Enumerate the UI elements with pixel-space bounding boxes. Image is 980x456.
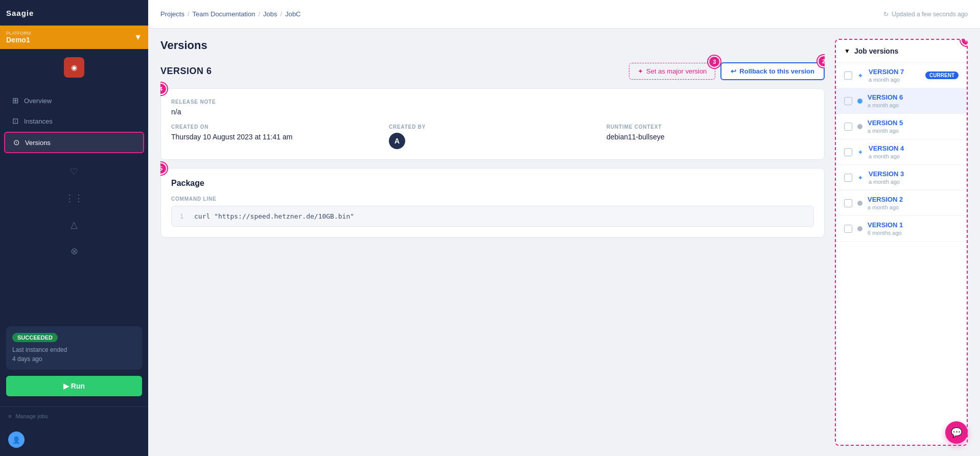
sidebar-navigation: ⊞ Overview ⊡ Instances ⊙ Versions: [0, 86, 148, 158]
step-4-circle: 4: [160, 83, 167, 95]
version-checkbox-v4[interactable]: [844, 148, 852, 156]
dot-icon-v2: [857, 201, 862, 206]
set-major-button[interactable]: ✦ Set as major version: [629, 63, 716, 80]
page-title: Versions: [160, 39, 825, 52]
versions-panel-title: Job versions: [854, 47, 898, 55]
cmd-label: COMMAND LINE: [171, 196, 814, 202]
step-5-circle: 5: [160, 162, 167, 175]
version-time-v2: a month ago: [868, 204, 959, 210]
created-by-label: CREATED BY: [389, 124, 596, 130]
chat-button[interactable]: 💬: [945, 421, 968, 444]
runtime-label: RUNTIME CONTEXT: [606, 124, 814, 130]
status-text: Last instance ended 4 days ago: [12, 345, 136, 364]
version-item-v2[interactable]: VERSION 2 a month ago: [836, 190, 967, 216]
version-checkbox-v3[interactable]: [844, 174, 852, 182]
version-name-v1: VERSION 1: [868, 221, 959, 229]
version-item-v4[interactable]: ✦ VERSION 4 a month ago: [836, 139, 967, 165]
app-shortcut-icon[interactable]: ◉: [64, 57, 84, 78]
status-badge: SUCCEEDED: [12, 333, 58, 342]
sidebar-item-versions[interactable]: ⊙ Versions: [4, 132, 144, 153]
version-time-v5: a month ago: [868, 128, 959, 134]
package-title: Package: [171, 179, 814, 188]
nav-icon-2[interactable]: ⋮⋮: [65, 189, 83, 207]
rollback-icon: ↩: [731, 67, 736, 75]
main-content: Projects / Team Documentation / Jobs / J…: [148, 0, 980, 456]
version-info-v7: VERSION 7 a month ago: [869, 68, 920, 83]
nav-icon-3[interactable]: △: [65, 215, 83, 234]
created-on-value: Thursday 10 August 2023 at 11:41 am: [171, 133, 379, 141]
version-item-v7[interactable]: ✦ VERSION 7 a month ago CURRENT: [836, 63, 967, 88]
step-3-circle: 3: [708, 56, 720, 68]
topbar-updated: ↻ Updated a few seconds ago: [883, 11, 968, 18]
created-on-field: CREATED ON Thursday 10 August 2023 at 11…: [171, 124, 379, 149]
sidebar-item-instances-label: Instances: [24, 117, 53, 125]
nav-icon-1[interactable]: ♡: [65, 162, 83, 181]
version-checkbox-v5[interactable]: [844, 123, 852, 131]
version-info-v3: VERSION 3 a month ago: [869, 170, 959, 185]
cmd-box: 1 curl "https://speed.hetzner.de/10GB.bi…: [171, 206, 814, 227]
version-label: VERSION 6: [160, 66, 212, 77]
dot-icon-v6: [857, 99, 862, 104]
version-name-v7: VERSION 7: [869, 68, 920, 76]
status-card: SUCCEEDED Last instance ended 4 days ago: [6, 326, 142, 370]
version-header: VERSION 6 ✦ Set as major version 3: [160, 62, 825, 80]
manage-jobs-icon: ≡: [8, 413, 11, 419]
version-name-v3: VERSION 3: [869, 170, 959, 178]
user-avatar[interactable]: 👤: [8, 431, 25, 448]
breadcrumb-team-doc[interactable]: Team Documentation: [193, 10, 255, 18]
sidebar-item-instances[interactable]: ⊡ Instances: [4, 111, 144, 131]
version-item-v3[interactable]: ✦ VERSION 3 a month ago: [836, 165, 967, 190]
star-icon-v3: ✦: [857, 174, 864, 182]
release-note-card: 4 RELEASE NOTE n/a CREATED ON Thursday 1…: [160, 88, 825, 160]
release-note-label: RELEASE NOTE: [171, 99, 814, 105]
overview-icon: ⊞: [12, 96, 19, 105]
breadcrumb: Projects / Team Documentation / Jobs / J…: [160, 10, 301, 18]
rollback-button[interactable]: ↩ Rollback to this version: [720, 62, 825, 80]
star-icon-v7: ✦: [857, 71, 864, 80]
version-info-v5: VERSION 5 a month ago: [868, 119, 959, 134]
breadcrumb-jobs[interactable]: Jobs: [263, 10, 277, 18]
saagie-logo: Saagie: [6, 9, 34, 17]
version-time-v3: a month ago: [869, 179, 959, 185]
content-area: Versions VERSION 6 ✦ Set as major versio…: [148, 29, 980, 456]
nav-icon-4[interactable]: ⊗: [65, 242, 83, 260]
run-button[interactable]: ▶ Run: [6, 376, 142, 396]
chevron-down-icon: ▼: [844, 47, 850, 55]
created-by-avatar: A: [389, 133, 405, 149]
version-checkbox-v6[interactable]: [844, 97, 852, 105]
cmd-value: curl "https://speed.hetzner.de/10GB.bin": [194, 212, 354, 220]
package-card: 5 Package COMMAND LINE 1 curl "https://s…: [160, 168, 825, 237]
version-time-v7: a month ago: [869, 77, 920, 83]
sidebar-item-versions-label: Versions: [25, 139, 51, 147]
version-time-v1: 6 months ago: [868, 230, 959, 236]
dot-icon-v1: [857, 226, 862, 231]
breadcrumb-jobc[interactable]: JobC: [285, 10, 300, 18]
platform-selector[interactable]: PLATFORM Demo1 ▼: [0, 26, 148, 49]
dot-icon-v5: [857, 124, 862, 129]
chevron-down-icon: ▼: [134, 33, 142, 42]
version-checkbox-v1[interactable]: [844, 225, 852, 233]
version-item-v6[interactable]: VERSION 6 a month ago: [836, 88, 967, 114]
runtime-field: RUNTIME CONTEXT debian11-bullseye: [606, 124, 814, 149]
version-item-v1[interactable]: VERSION 1 6 months ago: [836, 216, 967, 242]
main-panel: Versions VERSION 6 ✦ Set as major versio…: [160, 39, 825, 446]
platform-name: Demo1: [6, 36, 31, 44]
version-info-v6: VERSION 6 a month ago: [868, 93, 959, 108]
star-icon-v4: ✦: [857, 148, 864, 156]
version-checkbox-v7[interactable]: [844, 71, 852, 80]
sidebar-item-overview[interactable]: ⊞ Overview: [4, 91, 144, 110]
versions-panel: 1 ▼ Job versions ✦ VERSION 7 a month ago…: [835, 39, 968, 446]
version-time-v4: a month ago: [869, 153, 959, 159]
release-note-value: n/a: [171, 108, 814, 116]
version-name-v6: VERSION 6: [868, 93, 959, 101]
created-on-label: CREATED ON: [171, 124, 379, 130]
topbar: Projects / Team Documentation / Jobs / J…: [148, 0, 980, 29]
breadcrumb-projects[interactable]: Projects: [160, 10, 184, 18]
sidebar: Saagie PLATFORM Demo1 ▼ ◉ ⊞ Overview ⊡ I…: [0, 0, 148, 456]
meta-grid: CREATED ON Thursday 10 August 2023 at 11…: [171, 124, 814, 149]
runtime-value: debian11-bullseye: [606, 133, 814, 141]
sidebar-item-overview-label: Overview: [24, 97, 52, 105]
version-item-v5[interactable]: VERSION 5 a month ago: [836, 114, 967, 139]
manage-jobs-link[interactable]: Manage jobs: [15, 413, 48, 419]
version-checkbox-v2[interactable]: [844, 199, 852, 207]
